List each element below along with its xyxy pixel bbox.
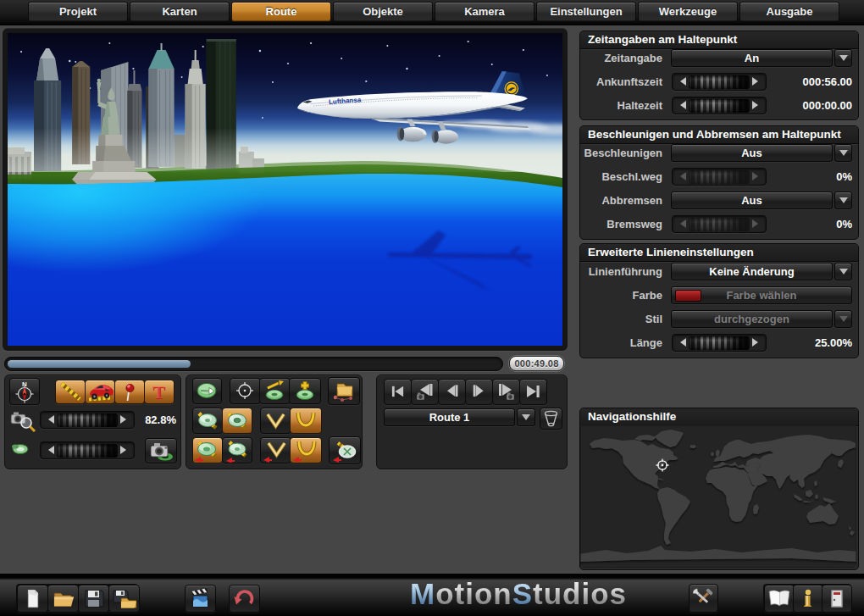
svg-text:T: T [152,381,165,402]
